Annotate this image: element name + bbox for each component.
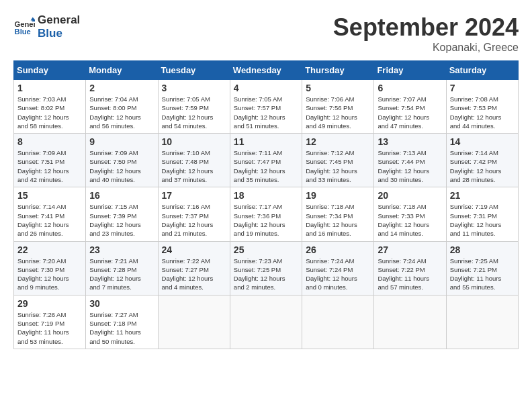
calendar-day-cell: 7Sunrise: 7:08 AMSunset: 7:53 PMDaylight… — [446, 80, 518, 134]
calendar-week-row: 29Sunrise: 7:26 AMSunset: 7:19 PMDayligh… — [14, 295, 519, 349]
day-number: 28 — [450, 244, 515, 255]
logo-line2: Blue — [38, 27, 80, 40]
logo-line1: General — [38, 13, 80, 27]
svg-text:Blue: Blue — [15, 28, 31, 36]
calendar-day-cell: 5Sunrise: 7:06 AMSunset: 7:56 PMDaylight… — [302, 80, 374, 134]
calendar-day-cell: 24Sunrise: 7:22 AMSunset: 7:27 PMDayligh… — [158, 241, 230, 295]
weekday-header-cell: Monday — [86, 61, 158, 80]
day-number: 2 — [89, 83, 154, 93]
day-number: 19 — [306, 190, 370, 201]
day-info: Sunrise: 7:21 AMSunset: 7:28 PMDaylight:… — [89, 257, 154, 292]
day-info: Sunrise: 7:24 AMSunset: 7:24 PMDaylight:… — [306, 257, 370, 292]
day-info: Sunrise: 7:24 AMSunset: 7:22 PMDaylight:… — [378, 257, 442, 292]
calendar-day-cell — [374, 295, 446, 349]
day-info: Sunrise: 7:19 AMSunset: 7:31 PMDaylight:… — [450, 202, 515, 238]
calendar-day-cell: 4Sunrise: 7:05 AMSunset: 7:57 PMDaylight… — [230, 80, 302, 134]
calendar-day-cell: 27Sunrise: 7:24 AMSunset: 7:22 PMDayligh… — [374, 241, 446, 295]
weekday-header-cell: Tuesday — [158, 61, 230, 80]
calendar-day-cell: 19Sunrise: 7:18 AMSunset: 7:34 PMDayligh… — [302, 187, 374, 241]
day-number: 12 — [306, 136, 370, 147]
calendar-day-cell: 22Sunrise: 7:20 AMSunset: 7:30 PMDayligh… — [14, 241, 86, 295]
day-number: 17 — [162, 190, 226, 201]
day-info: Sunrise: 7:14 AMSunset: 7:41 PMDaylight:… — [17, 202, 82, 238]
day-number: 26 — [306, 244, 370, 255]
day-number: 7 — [450, 83, 515, 93]
day-number: 22 — [17, 244, 82, 255]
weekday-header-cell: Friday — [374, 61, 446, 80]
day-number: 15 — [17, 190, 82, 201]
calendar-day-cell: 29Sunrise: 7:26 AMSunset: 7:19 PMDayligh… — [14, 295, 86, 349]
calendar-day-cell: 11Sunrise: 7:11 AMSunset: 7:47 PMDayligh… — [230, 134, 302, 187]
day-info: Sunrise: 7:14 AMSunset: 7:42 PMDaylight:… — [450, 148, 515, 184]
calendar-day-cell: 3Sunrise: 7:05 AMSunset: 7:59 PMDaylight… — [158, 80, 230, 134]
day-number: 30 — [89, 298, 154, 309]
day-info: Sunrise: 7:03 AMSunset: 8:02 PMDaylight:… — [17, 95, 82, 130]
day-info: Sunrise: 7:09 AMSunset: 7:50 PMDaylight:… — [89, 148, 154, 184]
calendar-day-cell: 18Sunrise: 7:17 AMSunset: 7:36 PMDayligh… — [230, 187, 302, 241]
day-number: 4 — [234, 83, 298, 93]
weekday-header-cell: Wednesday — [230, 61, 302, 80]
calendar-day-cell: 17Sunrise: 7:16 AMSunset: 7:37 PMDayligh… — [158, 187, 230, 241]
day-info: Sunrise: 7:17 AMSunset: 7:36 PMDaylight:… — [234, 202, 298, 238]
calendar-table: SundayMondayTuesdayWednesdayThursdayFrid… — [13, 60, 519, 349]
calendar-day-cell: 20Sunrise: 7:18 AMSunset: 7:33 PMDayligh… — [374, 187, 446, 241]
calendar-day-cell: 15Sunrise: 7:14 AMSunset: 7:41 PMDayligh… — [14, 187, 86, 241]
weekday-header-cell: Sunday — [14, 61, 86, 80]
title-section: September 2024 Kopanaki, Greece — [333, 13, 519, 54]
weekday-header-cell: Thursday — [302, 61, 374, 80]
day-number: 11 — [234, 136, 298, 147]
day-info: Sunrise: 7:26 AMSunset: 7:19 PMDaylight:… — [17, 310, 82, 346]
calendar-day-cell: 12Sunrise: 7:12 AMSunset: 7:45 PMDayligh… — [302, 134, 374, 187]
calendar-day-cell: 1Sunrise: 7:03 AMSunset: 8:02 PMDaylight… — [14, 80, 86, 134]
day-info: Sunrise: 7:06 AMSunset: 7:56 PMDaylight:… — [306, 95, 370, 130]
calendar-day-cell — [158, 295, 230, 349]
day-number: 1 — [17, 83, 82, 93]
day-info: Sunrise: 7:18 AMSunset: 7:33 PMDaylight:… — [378, 202, 442, 238]
logo-icon: General Blue — [13, 16, 35, 38]
day-info: Sunrise: 7:13 AMSunset: 7:44 PMDaylight:… — [378, 148, 442, 184]
day-number: 8 — [17, 136, 82, 147]
day-info: Sunrise: 7:05 AMSunset: 7:57 PMDaylight:… — [234, 95, 298, 130]
calendar-week-row: 15Sunrise: 7:14 AMSunset: 7:41 PMDayligh… — [14, 187, 519, 241]
day-info: Sunrise: 7:07 AMSunset: 7:54 PMDaylight:… — [378, 95, 442, 130]
day-info: Sunrise: 7:18 AMSunset: 7:34 PMDaylight:… — [306, 202, 370, 238]
day-number: 21 — [450, 190, 515, 201]
calendar-day-cell: 30Sunrise: 7:27 AMSunset: 7:18 PMDayligh… — [86, 295, 158, 349]
location-title: Kopanaki, Greece — [333, 42, 519, 54]
logo: General Blue General Blue — [13, 13, 80, 41]
day-info: Sunrise: 7:27 AMSunset: 7:18 PMDaylight:… — [89, 310, 154, 346]
day-number: 6 — [378, 83, 442, 93]
weekday-header-cell: Saturday — [446, 61, 518, 80]
calendar-day-cell — [446, 295, 518, 349]
day-number: 18 — [234, 190, 298, 201]
calendar-day-cell — [230, 295, 302, 349]
day-info: Sunrise: 7:11 AMSunset: 7:47 PMDaylight:… — [234, 148, 298, 184]
calendar-day-cell: 8Sunrise: 7:09 AMSunset: 7:51 PMDaylight… — [14, 134, 86, 187]
calendar-week-row: 22Sunrise: 7:20 AMSunset: 7:30 PMDayligh… — [14, 241, 519, 295]
day-number: 13 — [378, 136, 442, 147]
calendar-day-cell: 2Sunrise: 7:04 AMSunset: 8:00 PMDaylight… — [86, 80, 158, 134]
calendar-body: 1Sunrise: 7:03 AMSunset: 8:02 PMDaylight… — [14, 80, 519, 349]
day-info: Sunrise: 7:15 AMSunset: 7:39 PMDaylight:… — [89, 202, 154, 238]
day-info: Sunrise: 7:05 AMSunset: 7:59 PMDaylight:… — [162, 95, 226, 130]
calendar-week-row: 1Sunrise: 7:03 AMSunset: 8:02 PMDaylight… — [14, 80, 519, 134]
day-number: 27 — [378, 244, 442, 255]
day-number: 10 — [162, 136, 226, 147]
day-number: 20 — [378, 190, 442, 201]
day-info: Sunrise: 7:04 AMSunset: 8:00 PMDaylight:… — [89, 95, 154, 130]
day-number: 24 — [162, 244, 226, 255]
weekday-header-row: SundayMondayTuesdayWednesdayThursdayFrid… — [14, 61, 519, 80]
day-info: Sunrise: 7:12 AMSunset: 7:45 PMDaylight:… — [306, 148, 370, 184]
day-number: 14 — [450, 136, 515, 147]
day-number: 25 — [234, 244, 298, 255]
header: General Blue General Blue September 2024… — [13, 13, 519, 54]
day-info: Sunrise: 7:10 AMSunset: 7:48 PMDaylight:… — [162, 148, 226, 184]
calendar-day-cell: 21Sunrise: 7:19 AMSunset: 7:31 PMDayligh… — [446, 187, 518, 241]
day-info: Sunrise: 7:16 AMSunset: 7:37 PMDaylight:… — [162, 202, 226, 238]
calendar-day-cell: 14Sunrise: 7:14 AMSunset: 7:42 PMDayligh… — [446, 134, 518, 187]
day-info: Sunrise: 7:09 AMSunset: 7:51 PMDaylight:… — [17, 148, 82, 184]
day-info: Sunrise: 7:22 AMSunset: 7:27 PMDaylight:… — [162, 257, 226, 292]
calendar-day-cell: 16Sunrise: 7:15 AMSunset: 7:39 PMDayligh… — [86, 187, 158, 241]
day-info: Sunrise: 7:08 AMSunset: 7:53 PMDaylight:… — [450, 95, 515, 130]
day-number: 29 — [17, 298, 82, 309]
